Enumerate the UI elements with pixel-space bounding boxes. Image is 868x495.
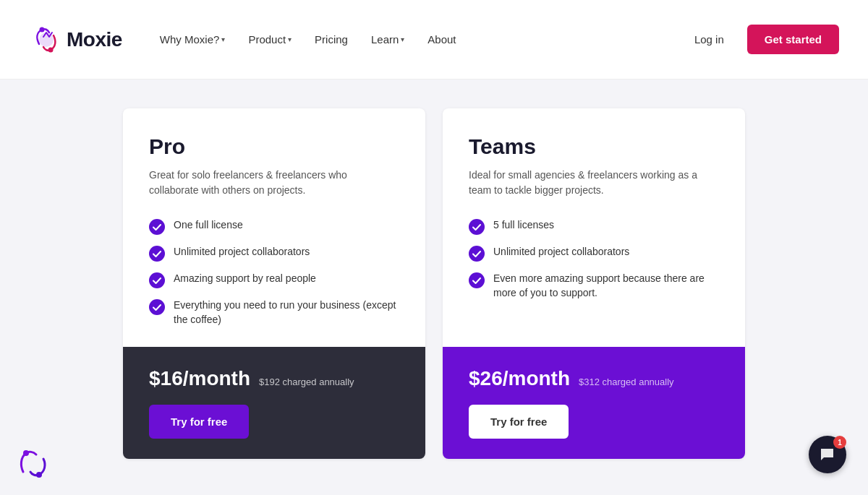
feature-item: Unlimited project collaborators [469, 245, 719, 262]
feature-text: Unlimited project collaborators [493, 245, 629, 259]
chat-badge: 1 [833, 436, 846, 449]
try-free-button-teams[interactable]: Try for free [469, 405, 569, 439]
logo-text: Moxie [67, 28, 122, 51]
nav-item-pricing[interactable]: Pricing [306, 27, 357, 51]
plan-description-pro: Great for solo freelancers & freelancers… [149, 168, 399, 198]
price-billed-teams: $312 charged annually [579, 376, 674, 387]
svg-point-6 [149, 299, 165, 315]
pricing-card-teams: Teams Ideal for small agencies & freelan… [443, 108, 745, 459]
feature-text: Amazing support by real people [174, 272, 316, 286]
check-icon [149, 219, 165, 235]
plan-title-pro: Pro [149, 134, 399, 159]
try-free-button-pro[interactable]: Try for free [149, 405, 249, 439]
chevron-down-icon: ▾ [401, 35, 404, 43]
card-body-pro: Pro Great for solo freelancers & freelan… [123, 108, 425, 347]
svg-point-9 [469, 272, 485, 288]
pricing-grid: Pro Great for solo freelancers & freelan… [123, 108, 745, 459]
plan-description-teams: Ideal for small agencies & freelancers w… [469, 168, 719, 198]
svg-point-7 [469, 219, 485, 235]
feature-text: Everything you need to run your business… [174, 298, 399, 327]
check-icon [469, 272, 485, 288]
svg-point-4 [149, 246, 165, 262]
nav-actions: Log in Get started [686, 25, 839, 54]
check-icon [149, 246, 165, 262]
card-body-teams: Teams Ideal for small agencies & freelan… [443, 108, 745, 347]
chevron-down-icon: ▾ [288, 35, 292, 43]
price-row-teams: $26/month $312 charged annually [469, 367, 719, 390]
nav-links: Why Moxie? ▾ Product ▾ Pricing Learn ▾ A… [151, 27, 686, 51]
check-icon [149, 299, 165, 315]
login-button[interactable]: Log in [686, 27, 733, 51]
feature-item: Amazing support by real people [149, 272, 399, 288]
feature-text: Even more amazing support because there … [493, 272, 719, 300]
card-footer-teams: $26/month $312 charged annually Try for … [443, 347, 745, 459]
nav-item-product[interactable]: Product ▾ [239, 27, 300, 51]
navbar: Moxie Why Moxie? ▾ Product ▾ Pricing Lea… [0, 0, 868, 79]
nav-item-why-moxie[interactable]: Why Moxie? ▾ [151, 27, 234, 51]
feature-text: Unlimited project collaborators [174, 245, 310, 259]
nav-item-about[interactable]: About [419, 27, 464, 51]
svg-point-10 [23, 450, 29, 456]
logo-icon [29, 22, 64, 57]
check-icon [469, 246, 485, 262]
pricing-card-pro: Pro Great for solo freelancers & freelan… [123, 108, 425, 459]
chevron-down-icon: ▾ [221, 35, 225, 43]
features-list-pro: One full license Unlimited project colla… [149, 218, 399, 327]
svg-point-2 [48, 47, 54, 52]
price-main-pro: $16/month [149, 367, 250, 390]
check-icon [469, 219, 485, 235]
logo[interactable]: Moxie [29, 22, 122, 57]
svg-point-8 [469, 246, 485, 262]
price-row-pro: $16/month $192 charged annually [149, 367, 399, 390]
svg-point-5 [149, 272, 165, 288]
chat-icon [819, 446, 836, 463]
svg-point-1 [40, 27, 45, 32]
bottom-left-icon [17, 446, 49, 478]
feature-text: One full license [174, 218, 243, 233]
nav-item-learn[interactable]: Learn ▾ [362, 27, 413, 51]
features-list-teams: 5 full licenses Unlimited project collab… [469, 218, 719, 300]
chat-button[interactable]: 1 [809, 436, 846, 473]
feature-item: Everything you need to run your business… [149, 298, 399, 327]
price-main-teams: $26/month [469, 367, 570, 390]
svg-point-11 [36, 472, 42, 478]
feature-text: 5 full licenses [493, 218, 554, 233]
check-icon [149, 272, 165, 288]
feature-item: 5 full licenses [469, 218, 719, 235]
feature-item: Even more amazing support because there … [469, 272, 719, 300]
price-billed-pro: $192 charged annually [259, 376, 354, 387]
main-content: Pro Great for solo freelancers & freelan… [0, 79, 868, 495]
svg-point-3 [149, 219, 165, 235]
card-footer-pro: $16/month $192 charged annually Try for … [123, 347, 425, 459]
get-started-button[interactable]: Get started [747, 25, 839, 54]
feature-item: Unlimited project collaborators [149, 245, 399, 262]
plan-title-teams: Teams [469, 134, 719, 159]
feature-item: One full license [149, 218, 399, 235]
